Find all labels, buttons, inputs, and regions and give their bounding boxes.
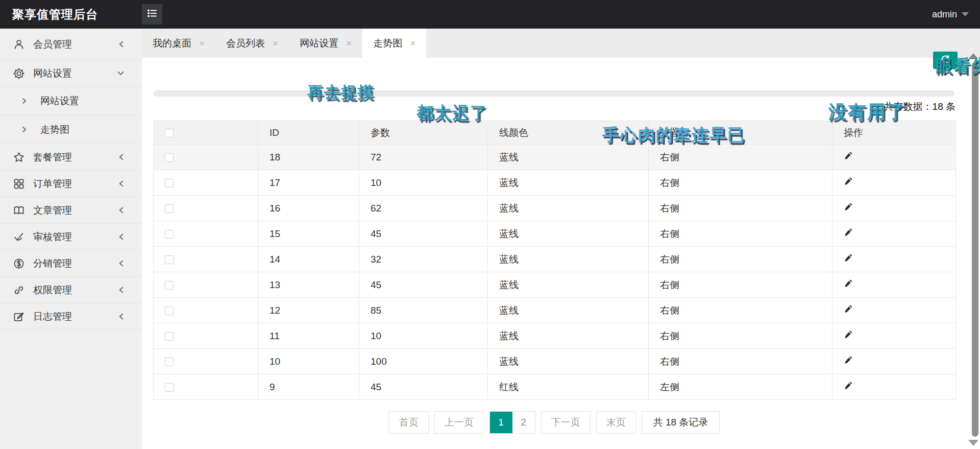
edit-button[interactable] <box>844 203 853 213</box>
total-data-label: 共有数据：18 条 <box>884 100 955 113</box>
close-icon[interactable]: × <box>410 38 415 48</box>
page-2-button[interactable]: 2 <box>512 412 535 433</box>
row-checkbox[interactable] <box>165 358 174 366</box>
cell-position: 右侧 <box>649 298 832 323</box>
tab-member-list[interactable]: 会员列表 × <box>215 29 289 58</box>
row-checkbox[interactable] <box>165 383 174 392</box>
edit-button[interactable] <box>844 331 853 341</box>
cell-position: 左侧 <box>649 374 832 400</box>
sidebar-item-label: 订单管理 <box>33 177 72 191</box>
edit-button[interactable] <box>844 382 853 392</box>
sidebar-item-log-mgmt[interactable]: 日志管理 <box>0 303 142 330</box>
cell-color: 蓝线 <box>488 349 649 374</box>
cell-position: 右侧 <box>649 272 832 298</box>
refresh-button[interactable] <box>933 52 958 69</box>
table-row: 12 85 蓝线 右侧 <box>154 298 956 323</box>
sidebar-item-label: 日志管理 <box>33 310 72 323</box>
first-page-button[interactable]: 首页 <box>389 411 429 434</box>
last-page-button[interactable]: 末页 <box>596 411 636 434</box>
prev-page-button[interactable]: 上一页 <box>434 411 484 434</box>
row-checkbox[interactable] <box>165 153 174 162</box>
link-icon <box>13 285 24 296</box>
cell-color: 蓝线 <box>488 196 649 221</box>
sidebar-subitem-trend-chart[interactable]: 走势图 <box>0 115 142 144</box>
cell-position: 右侧 <box>649 221 832 247</box>
sidebar-item-distribution-mgmt[interactable]: 分销管理 <box>0 250 142 277</box>
cell-param: 10 <box>359 170 488 196</box>
cell-position: 右侧 <box>649 323 832 349</box>
column-header-position: 位置 <box>649 121 832 145</box>
username-label: admin <box>932 9 957 20</box>
edit-button[interactable] <box>844 254 853 264</box>
cell-id: 9 <box>258 374 359 400</box>
cell-id: 15 <box>258 221 359 247</box>
cell-color: 蓝线 <box>488 221 649 247</box>
sidebar-item-permission-mgmt[interactable]: 权限管理 <box>0 277 142 303</box>
sidebar-item-member-mgmt[interactable]: 会员管理 <box>0 29 142 60</box>
close-icon[interactable]: × <box>346 38 352 48</box>
user-menu[interactable]: admin <box>932 0 969 29</box>
cell-position: 右侧 <box>649 145 832 170</box>
scrollbar-thumb[interactable] <box>972 62 978 437</box>
table-row: 17 10 蓝线 右侧 <box>154 170 956 196</box>
cell-position: 右侧 <box>649 170 832 196</box>
row-checkbox[interactable] <box>165 306 174 315</box>
edit-button[interactable] <box>844 229 853 239</box>
page-1-button[interactable]: 1 <box>490 412 512 433</box>
tab-bar: 我的桌面 × 会员列表 × 网站设置 × 走势图 × <box>142 29 980 58</box>
chevron-left-icon <box>118 233 125 241</box>
sidebar-item-package-mgmt[interactable]: 套餐管理 <box>0 144 142 171</box>
sidebar-item-label: 套餐管理 <box>33 151 72 164</box>
cell-param: 72 <box>359 145 488 170</box>
select-all-checkbox[interactable] <box>165 129 174 137</box>
sidebar-subitem-site-settings[interactable]: 网站设置 <box>0 87 142 115</box>
edit-button[interactable] <box>844 357 853 366</box>
row-checkbox[interactable] <box>165 332 174 341</box>
row-checkbox[interactable] <box>165 281 174 290</box>
row-checkbox[interactable] <box>165 255 174 264</box>
tab-my-desktop[interactable]: 我的桌面 × <box>142 29 215 58</box>
cell-param: 32 <box>359 247 488 272</box>
cell-param: 45 <box>359 374 488 400</box>
next-page-button[interactable]: 下一页 <box>541 411 591 434</box>
chevron-left-icon <box>118 259 125 267</box>
close-icon[interactable]: × <box>273 38 278 48</box>
row-checkbox[interactable] <box>165 204 174 213</box>
edit-button[interactable] <box>844 178 853 187</box>
sidebar-item-label: 文章管理 <box>33 204 72 217</box>
tab-trend-chart[interactable]: 走势图 × <box>362 29 426 58</box>
table-row: 9 45 红线 左侧 <box>154 374 956 400</box>
cell-id: 18 <box>258 145 359 170</box>
chevron-left-icon <box>118 153 125 161</box>
tab-site-settings[interactable]: 网站设置 × <box>289 29 362 58</box>
row-checkbox[interactable] <box>165 179 174 187</box>
tab-label: 会员列表 <box>226 37 265 50</box>
sidebar-item-label: 权限管理 <box>33 283 72 297</box>
close-icon[interactable]: × <box>199 38 205 48</box>
sidebar-item-order-mgmt[interactable]: 订单管理 <box>0 171 142 197</box>
chevron-left-icon <box>118 40 125 48</box>
edit-button[interactable] <box>844 305 853 315</box>
page-number-group: 1 2 <box>489 411 535 434</box>
sidebar-item-audit-mgmt[interactable]: 审核管理 <box>0 224 142 250</box>
row-checkbox[interactable] <box>165 230 174 239</box>
refresh-icon <box>940 54 951 67</box>
tab-label: 网站设置 <box>300 37 338 50</box>
cell-param: 85 <box>359 298 488 323</box>
edit-button[interactable] <box>844 152 853 162</box>
log-icon <box>13 311 24 322</box>
scrollbar-up-arrow[interactable] <box>968 53 978 59</box>
column-header-id: ID <box>258 121 359 145</box>
scrollbar-down-arrow[interactable] <box>968 440 978 446</box>
cell-color: 红线 <box>488 374 649 400</box>
sidebar-item-article-mgmt[interactable]: 文章管理 <box>0 197 142 224</box>
tab-label: 我的桌面 <box>153 37 191 50</box>
sidebar: 会员管理 网站设置 网站设置 走势图 套餐管理 <box>0 29 142 449</box>
edit-button[interactable] <box>844 280 853 290</box>
sidebar-item-label: 分销管理 <box>33 257 72 270</box>
sidebar-toggle-button[interactable] <box>142 4 162 25</box>
cell-position: 右侧 <box>649 196 832 221</box>
trend-lines-table: ID 参数 线颜色 位置 操作 18 72 蓝线 右侧 17 10 蓝线 右侧 … <box>153 121 956 400</box>
sidebar-item-site-settings[interactable]: 网站设置 <box>0 60 142 87</box>
cell-color: 蓝线 <box>488 272 649 298</box>
